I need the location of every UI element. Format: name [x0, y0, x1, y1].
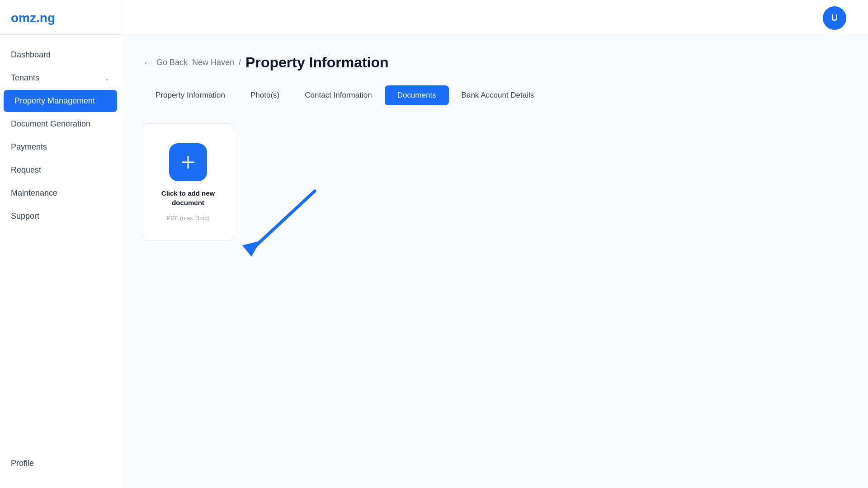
page-title: Property Information — [245, 54, 388, 71]
sidebar-item-maintenance[interactable]: Maintenance — [0, 182, 121, 204]
breadcrumb-separator: / — [239, 58, 241, 67]
sidebar-logo-area: omz.ng — [0, 0, 121, 35]
sidebar-item-label: Tenants — [11, 73, 39, 83]
svg-marker-3 — [242, 241, 260, 257]
sidebar-item-support[interactable]: Support — [0, 205, 121, 227]
sidebar-item-label: Document Generation — [11, 119, 90, 129]
app-logo: omz.ng — [11, 11, 55, 25]
tab-documents[interactable]: Documents — [385, 85, 449, 105]
sidebar-item-property-management[interactable]: Property Management — [4, 90, 117, 112]
upload-card-hint: PDF (max. 3mb) — [166, 215, 209, 221]
sidebar-nav: Dashboard Tenants ⌄ Property Management … — [0, 35, 121, 443]
sidebar-item-label: Dashboard — [11, 50, 51, 60]
sidebar-item-document-generation[interactable]: Document Generation — [0, 113, 121, 135]
tab-property-information[interactable]: Property Information — [143, 85, 238, 105]
tab-bank-account-details[interactable]: Bank Account Details — [449, 85, 547, 105]
add-document-icon-button[interactable] — [169, 143, 207, 181]
avatar[interactable]: U — [823, 6, 846, 30]
avatar-initials: U — [831, 13, 838, 23]
page-content: ← Go Back New Haven / Property Informati… — [121, 36, 868, 488]
sidebar-item-payments[interactable]: Payments — [0, 136, 121, 158]
sidebar-item-tenants[interactable]: Tenants ⌄ — [0, 67, 121, 89]
sidebar-item-label: Profile — [11, 459, 34, 468]
sidebar-item-label: Maintenance — [11, 188, 57, 198]
sidebar-item-label: Payments — [11, 142, 47, 152]
add-document-card[interactable]: Click to add new document PDF (max. 3mb) — [143, 123, 233, 241]
tab-photos[interactable]: Photo(s) — [238, 85, 292, 105]
sidebar: omz.ng Dashboard Tenants ⌄ Property Mana… — [0, 0, 121, 488]
sidebar-item-request[interactable]: Request — [0, 159, 121, 181]
go-back-link[interactable]: Go Back — [156, 58, 188, 67]
arrow-annotation — [238, 187, 319, 261]
tab-contact-information[interactable]: Contact Information — [292, 85, 384, 105]
main-content: U ← Go Back New Haven / Property Informa… — [121, 0, 868, 488]
sidebar-item-dashboard[interactable]: Dashboard — [0, 44, 121, 66]
breadcrumb: ← Go Back New Haven / Property Informati… — [143, 54, 846, 71]
chevron-down-icon: ⌄ — [104, 75, 110, 82]
sidebar-item-label: Support — [11, 211, 39, 221]
plus-icon — [178, 152, 198, 172]
sidebar-item-profile[interactable]: Profile — [0, 452, 121, 474]
breadcrumb-location: New Haven — [192, 58, 234, 67]
sidebar-item-label: Property Management — [14, 96, 95, 106]
tabs-bar: Property Information Photo(s) Contact In… — [143, 85, 846, 105]
sidebar-bottom: Profile — [0, 443, 121, 488]
svg-line-2 — [251, 191, 315, 250]
back-arrow-icon[interactable]: ← — [143, 57, 152, 68]
header: U — [121, 0, 868, 36]
sidebar-item-label: Request — [11, 165, 41, 175]
documents-content-area: Click to add new document PDF (max. 3mb) — [143, 123, 846, 241]
upload-card-label: Click to add new document — [152, 188, 224, 207]
